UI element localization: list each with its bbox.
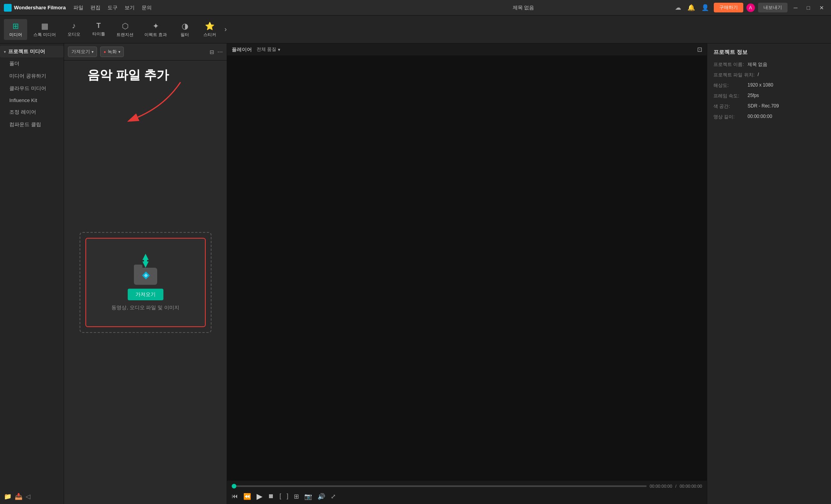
player-area: 플레이어 전체 품질 ▾ ⊡ 00:00:00:00 / 00:00:00:00… — [227, 43, 707, 504]
win-maximize[interactable]: □ — [804, 5, 813, 11]
project-colorspace-value: SDR - Rec.709 — [748, 103, 779, 110]
sidebar-item-folder[interactable]: 폴더 — [0, 57, 64, 70]
notification-icon[interactable]: 🔔 — [686, 4, 697, 11]
menu-edit[interactable]: 편집 — [90, 4, 101, 11]
import-button[interactable]: 가져오기 — [128, 289, 163, 300]
titlebar: Wondershare Filmora 파일 편집 도구 보기 문의 제목 없음… — [0, 0, 831, 16]
fullscreen-button[interactable]: ⤢ — [331, 493, 336, 500]
drop-icon-container — [130, 254, 161, 285]
project-row-duration: 영상 길이: 00:00:00:00 — [713, 114, 825, 120]
project-info-panel: 프로젝트 정보 프로젝트 이름: 제목 없음 프로젝트 파일 위치: / 해상도… — [707, 43, 831, 504]
win-close[interactable]: ✕ — [816, 5, 827, 11]
sidebar-section-project-media[interactable]: ▾ 프로젝트 미디어 — [0, 46, 64, 57]
toolbar-media[interactable]: ⊞ 미디어 — [4, 19, 27, 40]
drop-area-outer: 가져오기 동영상, 오디오 파일 및 이미지 — [80, 232, 212, 333]
project-row-colorspace: 색 공간: SDR - Rec.709 — [713, 103, 825, 110]
more-options-icon[interactable]: ⋯ — [217, 49, 223, 55]
mark-out-button[interactable]: ] — [286, 493, 288, 500]
menu-view[interactable]: 보기 — [125, 4, 135, 11]
sidebar-section-label: 프로젝트 미디어 — [8, 48, 45, 55]
record-dot-icon: ● — [104, 50, 106, 54]
toolbar-effects[interactable]: ✦ 이펙트 효과 — [140, 19, 172, 40]
menu-bar: 파일 편집 도구 보기 문의 — [73, 4, 373, 11]
sidebar-item-cloud[interactable]: 클라우드 미디어 — [0, 82, 64, 95]
effects-label: 이펙트 효과 — [144, 32, 167, 38]
volume-button[interactable]: 🔊 — [317, 493, 325, 500]
import-icon[interactable]: 📥 — [15, 493, 23, 500]
sidebar-item-compound-clip[interactable]: 컴파운드 클립 — [0, 118, 64, 131]
collapse-sidebar-icon[interactable]: ◁ — [26, 493, 30, 500]
quality-chevron-icon: ▾ — [278, 47, 280, 52]
add-marker-button[interactable]: ⊞ — [294, 493, 299, 500]
player-tab-player[interactable]: 플레이어 — [232, 46, 252, 53]
new-folder-icon[interactable]: 📁 — [4, 493, 12, 500]
audio-label: 오디오 — [68, 31, 80, 37]
project-framerate-key: 프레임 속도: — [713, 93, 744, 99]
filter-icon: ◑ — [182, 21, 188, 31]
progress-dot — [232, 484, 236, 488]
cloud-icon[interactable]: ☁ — [673, 4, 683, 11]
project-resolution-value: 1920 x 1080 — [748, 82, 773, 89]
player-toolbar: 플레이어 전체 품질 ▾ ⊡ — [227, 43, 707, 56]
filmora-logo-icon — [142, 271, 150, 281]
avatar-icon[interactable]: A — [746, 3, 755, 12]
record-chevron-icon: ▾ — [118, 50, 120, 54]
toolbar-expand-icon[interactable]: › — [224, 25, 227, 33]
audio-icon: ♪ — [72, 21, 76, 30]
rewind-button[interactable]: ⏮ — [232, 493, 238, 500]
quality-label: 전체 품질 — [257, 46, 276, 53]
purchase-button[interactable]: 구매하기 — [714, 3, 743, 12]
snapshot-button[interactable]: 📷 — [304, 493, 312, 500]
titles-label: 타이틀 — [92, 31, 105, 37]
sidebar: ▾ 프로젝트 미디어 폴더 미디어 공유하기 클라우드 미디어 Influenc… — [0, 43, 64, 504]
effects-icon: ✦ — [153, 21, 159, 31]
project-colorspace-key: 색 공간: — [713, 103, 744, 110]
import-dropdown[interactable]: 가져오기 ▾ — [68, 47, 97, 57]
player-progress-bar-row: 00:00:00:00 / 00:00:00:00 — [232, 484, 702, 488]
svg-marker-2 — [142, 262, 149, 268]
logo-icon — [4, 4, 12, 12]
step-back-button[interactable]: ⏪ — [243, 493, 251, 500]
player-quality-selector[interactable]: 전체 품질 ▾ — [257, 46, 280, 53]
account-icon[interactable]: 👤 — [700, 4, 711, 11]
filter-settings-icon[interactable]: ⊟ — [210, 49, 214, 55]
sidebar-item-adjust-layer[interactable]: 조정 레이어 — [0, 106, 64, 118]
toolbar-titles[interactable]: T 타이틀 — [87, 19, 110, 39]
project-path-value: / — [758, 72, 759, 78]
toolbar-transition[interactable]: ⬡ 트랜지션 — [112, 19, 138, 40]
media-panel-toolbar: 가져오기 ▾ ● 녹화 ▾ ⊟ ⋯ — [64, 43, 227, 61]
project-duration-key: 영상 길이: — [713, 114, 744, 120]
play-button[interactable]: ▶ — [257, 492, 262, 501]
toolbar-filter[interactable]: ◑ 필터 — [173, 19, 196, 40]
player-buttons: ⏮ ⏪ ▶ ⏹ [ ] ⊞ 📷 🔊 ⤢ — [232, 492, 702, 501]
titlebar-right: ☁ 🔔 👤 구매하기 A 내보내기 ─ □ ✕ — [673, 3, 827, 12]
sidebar-bottom-actions: 📁 📥 ◁ — [0, 489, 64, 504]
sidebar-item-media-share[interactable]: 미디어 공유하기 — [0, 70, 64, 82]
sidebar-item-cloud-label: 클라우드 미디어 — [9, 85, 46, 91]
project-duration-value: 00:00:00:00 — [748, 114, 772, 120]
progress-bar[interactable] — [232, 485, 647, 487]
menu-help[interactable]: 문의 — [142, 4, 152, 11]
sidebar-item-influence-kit[interactable]: Influence Kit — [0, 95, 64, 106]
drop-area-inner[interactable]: 가져오기 동영상, 오디오 파일 및 이미지 — [85, 238, 206, 327]
menu-tools[interactable]: 도구 — [108, 4, 118, 11]
sidebar-item-influence-label: Influence Kit — [9, 97, 37, 103]
stop-button[interactable]: ⏹ — [268, 493, 274, 500]
export-button[interactable]: 내보내기 — [758, 3, 788, 12]
player-screen — [227, 56, 707, 480]
stock-label: 스톡 미디어 — [33, 32, 56, 38]
titles-icon: T — [97, 22, 101, 30]
toolbar-stock[interactable]: ▦ 스톡 미디어 — [29, 19, 61, 40]
fullscreen-icon[interactable]: ⊡ — [697, 46, 702, 53]
toolbar-audio[interactable]: ♪ 오디오 — [62, 19, 85, 40]
menu-file[interactable]: 파일 — [73, 4, 83, 11]
chevron-down-icon: ▾ — [92, 50, 94, 54]
record-button[interactable]: ● 녹화 ▾ — [100, 47, 124, 57]
mark-in-button[interactable]: [ — [279, 493, 281, 500]
total-time: 00:00:00:00 — [680, 484, 702, 488]
current-time: 00:00:00:00 — [650, 484, 672, 488]
transition-icon: ⬡ — [122, 21, 128, 31]
toolbar-sticker[interactable]: ⭐ 스티커 — [198, 19, 221, 40]
win-minimize[interactable]: ─ — [791, 5, 801, 11]
content-area: ▾ 프로젝트 미디어 폴더 미디어 공유하기 클라우드 미디어 Influenc… — [0, 43, 831, 504]
